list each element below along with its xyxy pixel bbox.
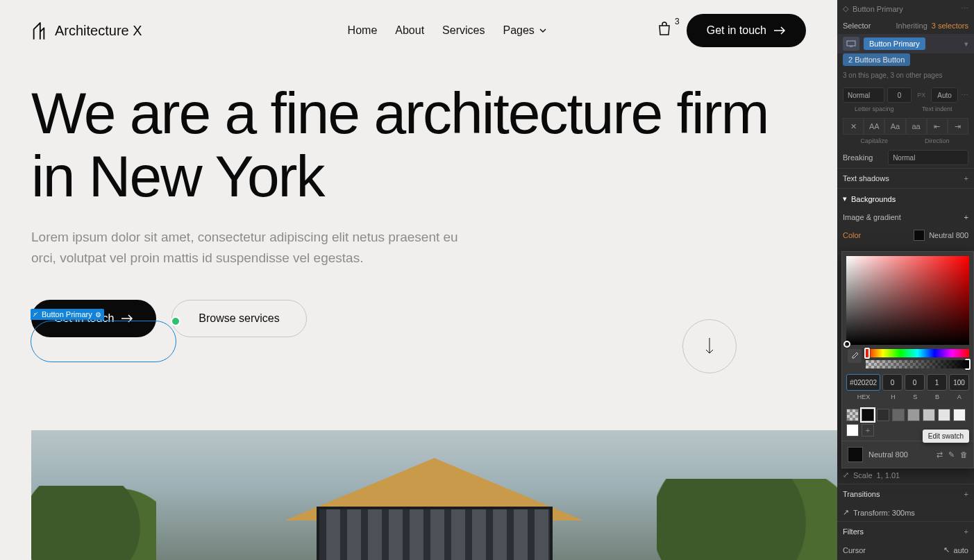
cart-icon <box>656 21 673 37</box>
selector-input[interactable]: Button Primary ▾ <box>837 34 974 53</box>
gear-icon[interactable]: ⚙ <box>95 311 101 319</box>
nav-home[interactable]: Home <box>348 24 378 37</box>
saturation-value-field[interactable] <box>846 256 969 345</box>
arrow-down-icon <box>704 337 715 356</box>
transform-icon: ↗ <box>843 508 849 517</box>
text-transform-capitalize[interactable]: Aa <box>884 118 905 135</box>
scroll-down-button[interactable] <box>682 319 737 373</box>
desktop-icon <box>846 40 856 47</box>
unlink-icon[interactable]: ⇄ <box>937 450 943 459</box>
background-color-swatch[interactable] <box>914 230 925 241</box>
text-transform-none[interactable]: ✕ <box>843 118 864 135</box>
brand-logo[interactable]: Architecture X <box>31 20 142 41</box>
nav-pages[interactable]: Pages <box>503 24 546 37</box>
text-transform-row: ✕ AA Aa aa ⇤ ⇥ <box>837 115 974 137</box>
scale-row[interactable]: ⤢ Scale 1, 1.01 <box>837 466 974 484</box>
plus-icon[interactable]: + <box>964 527 968 536</box>
line-height-input[interactable] <box>931 87 958 103</box>
scale-icon: ⤢ <box>843 470 849 480</box>
text-direction-ltr[interactable]: ⇤ <box>927 118 948 135</box>
font-size-input[interactable] <box>887 87 912 103</box>
nav-services[interactable]: Services <box>442 24 485 37</box>
state-selector-button[interactable] <box>843 37 859 51</box>
class-chip-combo[interactable]: 2 Buttons Button <box>843 53 910 66</box>
trash-icon[interactable]: 🗑 <box>960 450 968 459</box>
nav-about[interactable]: About <box>395 24 424 37</box>
filters-section[interactable]: Filters+ <box>837 521 974 541</box>
image-gradient-row[interactable]: Image & gradient+ <box>837 209 974 226</box>
alpha-slider[interactable] <box>866 360 969 368</box>
selection-box <box>31 321 176 362</box>
backgrounds-section[interactable]: ▾Backgrounds <box>837 188 974 209</box>
background-color-row[interactable]: Color Neutral 800 <box>837 226 974 245</box>
alpha-input[interactable] <box>949 374 969 391</box>
hue-input[interactable] <box>882 374 902 391</box>
plus-icon[interactable]: + <box>964 213 968 221</box>
edit-swatch-tooltip: Edit swatch <box>923 430 969 443</box>
font-weight-row: PX ⋯ <box>837 85 974 105</box>
text-shadows-section[interactable]: Text shadows+ <box>837 168 974 188</box>
swatch[interactable] <box>846 409 859 421</box>
bri-input[interactable] <box>927 374 947 391</box>
design-canvas[interactable]: Architecture X Home About Services Pages… <box>0 0 837 560</box>
swatch[interactable] <box>923 409 935 421</box>
hue-slider[interactable] <box>866 349 969 357</box>
current-swatch[interactable] <box>848 447 863 462</box>
swatch[interactable] <box>892 409 905 421</box>
selection-tag[interactable]: Button Primary ⚙ <box>31 309 104 320</box>
hero-section: We are a fine architecture firm in New Y… <box>0 61 837 337</box>
chevron-down-icon[interactable]: ▾ <box>964 40 968 49</box>
breaking-row: Breaking <box>837 147 974 168</box>
add-swatch-button[interactable]: + <box>862 424 874 436</box>
instance-info[interactable]: 3 on this page, 3 on other pages <box>837 69 974 85</box>
building-body <box>317 507 553 560</box>
font-size-unit[interactable]: PX <box>914 92 928 99</box>
panel-breadcrumb[interactable]: ◇ Button Primary ⋯ <box>837 0 974 17</box>
cart-button[interactable]: 3 <box>656 21 673 40</box>
breaking-select[interactable] <box>888 150 968 165</box>
current-swatch-name[interactable]: Neutral 800 <box>868 450 908 459</box>
trees-left <box>31 486 156 560</box>
element-selection-overlay: Button Primary ⚙ <box>31 308 176 362</box>
add-element-handle[interactable] <box>171 316 180 326</box>
swatch[interactable] <box>862 409 874 421</box>
site-header: Architecture X Home About Services Pages… <box>0 0 837 61</box>
transition-item[interactable]: ↗ Transform: 300ms <box>837 504 974 521</box>
hero-secondary-button[interactable]: Browse services <box>171 300 306 337</box>
more-icon[interactable]: ⋯ <box>961 4 968 13</box>
swatch[interactable] <box>953 409 966 421</box>
hue-handle[interactable] <box>864 348 870 359</box>
eyedropper-button[interactable] <box>848 349 862 363</box>
pencil-icon[interactable]: ✎ <box>948 450 955 459</box>
swatch[interactable] <box>938 409 950 421</box>
swatch[interactable] <box>907 409 920 421</box>
swatch[interactable] <box>846 424 859 436</box>
transitions-section[interactable]: Transitions+ <box>837 484 974 504</box>
plus-icon[interactable]: + <box>964 490 968 498</box>
plus-icon[interactable]: + <box>964 174 968 183</box>
logo-icon <box>31 20 47 41</box>
sv-handle[interactable] <box>843 341 850 348</box>
current-swatch-row: Neutral 800 ⇄ ✎ 🗑 <box>842 441 973 468</box>
class-chip-primary[interactable]: Button Primary <box>864 37 925 50</box>
inheriting-link[interactable]: 3 selectors <box>932 22 968 30</box>
text-transform-uppercase[interactable]: AA <box>864 118 884 135</box>
font-weight-select[interactable] <box>843 87 884 103</box>
sat-input[interactable] <box>905 374 925 391</box>
more-icon[interactable]: ⋯ <box>961 91 968 100</box>
swatch[interactable] <box>877 409 889 421</box>
selector-row: Selector Inheriting 3 selectors <box>837 17 974 34</box>
alpha-handle[interactable] <box>965 359 971 370</box>
hex-input[interactable] <box>846 374 880 391</box>
hero-subtitle[interactable]: Lorem ipsum dolor sit amet, consectetur … <box>31 227 476 268</box>
hero-image[interactable] <box>31 430 837 560</box>
selector-combo-row: 2 Buttons Button <box>837 53 974 69</box>
brand-name: Architecture X <box>55 23 142 39</box>
arrow-right-icon <box>773 26 786 35</box>
text-transform-lowercase[interactable]: aa <box>906 118 927 135</box>
hero-title[interactable]: We are a fine architecture firm in New Y… <box>31 82 806 207</box>
chevron-down-icon <box>539 26 547 35</box>
cursor-row[interactable]: Cursor ↖ auto <box>837 541 974 559</box>
text-direction-rtl[interactable]: ⇥ <box>948 118 968 135</box>
header-cta-button[interactable]: Get in touch <box>687 14 806 47</box>
